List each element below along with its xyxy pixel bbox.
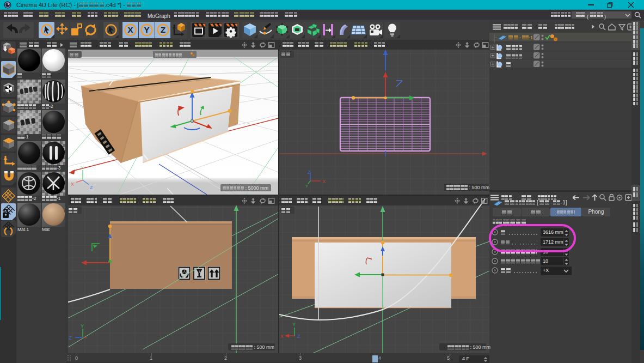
svg-text:Z: Z	[308, 170, 311, 175]
svg-text:Y: Y	[144, 25, 149, 34]
svg-text:Z: Z	[297, 334, 300, 339]
svg-text:X: X	[322, 179, 326, 184]
svg-text:X: X	[127, 25, 133, 34]
svg-text:Y: Y	[305, 184, 309, 189]
svg-text:Y: Y	[81, 323, 84, 329]
svg-text:Z: Z	[69, 335, 72, 341]
svg-text:X: X	[71, 182, 74, 187]
svg-text:Z: Z	[161, 25, 165, 34]
svg-text:Z: Z	[90, 185, 93, 190]
svg-text:Y: Y	[81, 165, 84, 170]
svg-text:X: X	[280, 334, 284, 339]
svg-text:Y: Y	[292, 322, 296, 327]
